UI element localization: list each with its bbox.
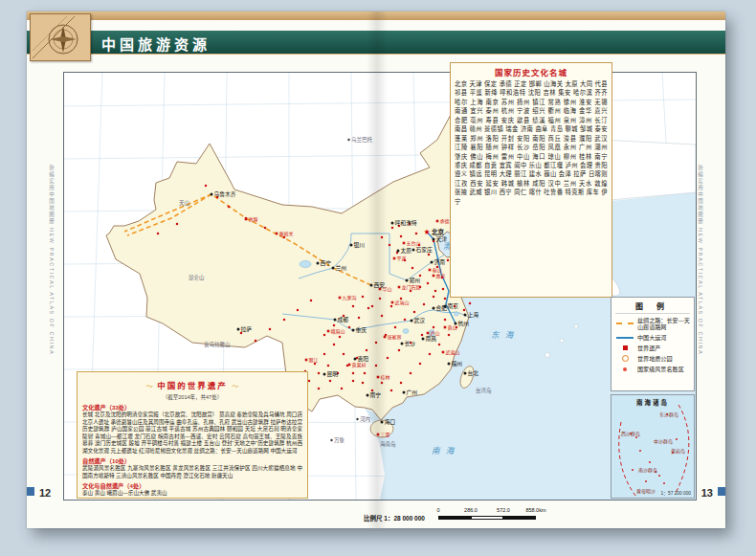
site-marker [429, 353, 431, 355]
island-dot [635, 436, 637, 438]
legend-item: 世界遗产 [615, 345, 690, 352]
scalebar: 比例尺 1：28 000 000 0286.0572.0858.0km [364, 505, 553, 523]
scenic-site-marker [403, 242, 406, 245]
site-marker [318, 388, 320, 389]
inset-island-label: 西沙群岛 [621, 430, 640, 436]
site-marker [205, 185, 207, 187]
city-label: 长沙 [404, 340, 415, 347]
island-dot [676, 438, 678, 440]
scenic-site-label: 三亚 [380, 432, 389, 437]
site-marker [364, 372, 366, 374]
site-marker [413, 311, 415, 313]
city-dot [350, 244, 353, 247]
city-label: 广州 [406, 389, 417, 396]
site-marker [390, 305, 392, 307]
site-marker [318, 372, 320, 374]
site-marker [283, 236, 285, 238]
scenic-site-label: 峨眉山 [330, 328, 345, 335]
city-dot [367, 394, 369, 397]
city-label: 成都 [337, 316, 348, 323]
city-dot [317, 262, 320, 265]
scenic-site-marker [393, 257, 396, 260]
scenic-site-marker [444, 326, 447, 329]
site-marker [358, 317, 360, 319]
site-marker [444, 298, 446, 300]
site-marker [310, 300, 312, 301]
city-dot [401, 343, 404, 345]
scenic-site-marker [348, 364, 351, 367]
city-dot [411, 320, 413, 322]
site-marker [176, 223, 178, 225]
heritage-section-body: 长城 北京及沈阳的明清皇家宫殿（北京故宫、沈阳故宫） 莫高窟 秦始皇陵及兵马俑坑… [82, 411, 302, 455]
scenic-site-label: 丽江 [308, 357, 318, 364]
scenic-site-marker [305, 359, 308, 362]
inset-island-label: 南沙群岛 [638, 466, 657, 473]
site-marker [400, 235, 402, 237]
city-label: 拉萨 [240, 325, 252, 333]
world-heritage-box: ～ 中国的世界遗产 ～ （截至2014年，共47处） 文化遗产（33处）长城 北… [77, 371, 308, 499]
geo-label: 昆仑山 [189, 274, 205, 281]
island-dot [649, 461, 651, 463]
site-marker [448, 334, 450, 336]
heritage-symbol-icon [615, 345, 634, 352]
ornament-right: ～ [232, 383, 238, 389]
site-marker [398, 349, 400, 351]
site-marker [362, 382, 364, 384]
city-dot [422, 338, 425, 341]
city-label: 呼和浩特 [394, 219, 416, 227]
scenic-site-marker [384, 336, 387, 339]
scenic-site-marker [377, 434, 380, 436]
city-label: 上海 [467, 311, 478, 319]
scenic-site-label: 黄山 [447, 324, 456, 331]
geo-label: 天山 [179, 199, 189, 207]
heritage-section-body: 泰山 黄山 峨眉山—乐山大佛 武夷山 [82, 490, 302, 498]
site-marker [447, 259, 449, 261]
site-marker [343, 353, 345, 355]
silk-symbol-icon [615, 320, 634, 327]
page-corner-square-left [27, 487, 34, 496]
scenic-site-marker [245, 218, 248, 221]
city-label: 兰州 [335, 264, 346, 271]
site-marker [339, 336, 341, 338]
site-marker [428, 254, 430, 256]
site-marker [371, 305, 373, 307]
city-label: 石家庄 [415, 246, 433, 254]
city-dot [370, 284, 373, 287]
site-marker [381, 382, 383, 384]
inset-island-label: 中沙群岛 [654, 437, 673, 444]
inset-scale: 1：57 200 000 [661, 489, 691, 496]
legend-item: 国家级风景名胜区 [615, 366, 690, 373]
ryukyu-island [560, 339, 564, 343]
city-dot [412, 249, 415, 252]
site-marker [375, 342, 377, 344]
scale-segment [438, 516, 471, 520]
site-marker [419, 363, 421, 365]
city-label: 乌鲁木齐 [213, 190, 235, 198]
site-marker [371, 389, 373, 391]
scenic-site-label: 黄果树 [351, 362, 366, 368]
island-dot [645, 480, 647, 482]
scenic-site-label: 武夷山 [445, 349, 459, 356]
scenic-site-label: 桂林 [380, 374, 389, 381]
site-marker [394, 326, 396, 328]
city-dot [237, 328, 240, 331]
scale-ticks: 0286.0572.0858.0km [438, 507, 553, 515]
world-heritage-subtitle: （截至2014年，共47处） [82, 393, 302, 401]
compass-icon [31, 14, 90, 60]
scenic-site-label: 曲阜 [435, 273, 445, 279]
inset-island-label: 曾母暗沙 [636, 487, 656, 494]
site-marker [427, 282, 429, 284]
site-marker [269, 328, 271, 330]
geo-label: 喜马拉雅山 [204, 341, 231, 348]
site-marker [333, 344, 335, 345]
gold-band [27, 11, 725, 20]
city-label: 福州 [451, 360, 462, 367]
scenic-site-marker [433, 275, 435, 278]
world-heritage-sections: 文化遗产（33处）长城 北京及沈阳的明清皇家宫殿（北京故宫、沈阳故宫） 莫高窟 … [82, 403, 302, 498]
site-marker [400, 382, 402, 384]
city-label: 济南 [434, 258, 445, 266]
page-title: 中国旅游资源 [101, 33, 211, 54]
city-label: 昆明 [326, 371, 338, 378]
legend-item-label: 国家级风景名胜区 [637, 366, 684, 372]
site-marker [362, 296, 364, 298]
